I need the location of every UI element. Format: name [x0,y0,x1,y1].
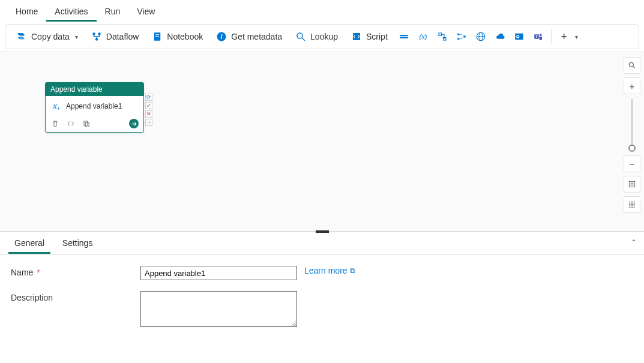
canvas-search-button[interactable] [624,57,640,74]
activity-outcome-handles: ⟳ ✓ ✕ → [145,94,152,126]
activity-card-name: Append variable1 [66,102,122,110]
svg-rect-38 [629,205,631,208]
notebook-icon [152,31,163,42]
dataflow-button[interactable]: Dataflow [85,28,145,45]
script-button[interactable]: Script [345,28,394,45]
web-button[interactable] [472,28,490,45]
azure-icon [495,31,505,42]
dataflow-icon [91,31,102,42]
notebook-button[interactable]: Notebook [146,28,209,45]
panel-collapse-button[interactable]: ⌃ [631,238,637,247]
variable-x-icon: x+ [50,101,61,112]
svg-rect-36 [629,202,631,204]
required-marker: * [37,268,40,277]
invoke-pipeline-icon [437,31,448,42]
outcome-skip-handle[interactable]: → [145,119,152,126]
panel-tab-settings[interactable]: Settings [56,233,99,254]
invoke-pipeline-button[interactable] [433,28,451,45]
svg-text:(x): (x) [419,33,427,40]
learn-more-link[interactable]: Learn more ⧉ [304,266,355,275]
tab-activities[interactable]: Activities [46,3,96,22]
mapping-button[interactable] [453,28,471,45]
outcome-failure-handle[interactable]: ✕ [145,110,152,118]
learn-more-label: Learn more [304,266,348,275]
svg-rect-18 [464,36,466,38]
zoom-slider-thumb[interactable] [628,145,636,152]
svg-rect-17 [457,38,459,40]
svg-point-24 [517,36,519,38]
zoom-in-button[interactable]: + [624,77,640,94]
teams-button[interactable]: T [529,28,547,45]
minimap-button[interactable] [624,196,640,213]
copy-data-icon [16,31,27,42]
svg-rect-34 [629,181,634,187]
outlook-button[interactable] [510,28,528,45]
copy-data-button[interactable]: Copy data ▾ [10,28,84,45]
set-variable-icon [399,31,409,42]
svg-rect-11 [400,35,408,36]
name-label: Name * [11,266,140,277]
chevron-down-icon: ▾ [575,34,578,40]
svg-text:+: + [57,106,60,112]
tab-run[interactable]: Run [97,3,129,22]
outcome-success-handle[interactable]: ✓ [145,102,152,109]
chevron-down-icon: ▾ [75,34,78,40]
append-variable-icon: (x) [418,31,429,42]
pipeline-canvas[interactable]: Append variable x+ Append variable1 ➔ ⟳ … [0,52,644,232]
svg-rect-30 [84,121,88,125]
activities-toolbar: Copy data ▾ Dataflow Notebook i Get meta… [5,24,639,49]
copy-icon[interactable] [82,119,91,128]
panel-tab-general[interactable]: General [8,233,50,254]
svg-rect-39 [633,205,635,208]
azure-button[interactable] [491,28,509,45]
set-variable-button[interactable] [395,28,413,45]
get-metadata-label: Get metadata [231,32,282,41]
svg-rect-16 [457,34,459,35]
zoom-slider-track[interactable] [631,99,633,147]
arrow-right-icon[interactable]: ➔ [129,119,139,128]
svg-rect-31 [85,122,89,127]
script-icon [351,31,362,42]
canvas-controls: + − [624,57,640,217]
svg-point-0 [92,32,95,35]
outcome-completion-handle[interactable]: ⟳ [145,94,152,101]
activity-card-header: Append variable [46,83,143,96]
plus-icon: + [559,31,570,42]
tab-view[interactable]: View [128,3,163,22]
add-activity-button[interactable]: + ▾ [555,28,582,45]
lookup-label: Lookup [310,32,338,41]
chevron-up-icon: ⌃ [631,238,637,247]
name-input[interactable] [140,266,297,280]
activity-card-body: x+ Append variable1 [46,96,143,116]
svg-rect-14 [439,33,442,36]
dataflow-label: Dataflow [106,32,139,41]
svg-rect-35 [631,183,633,185]
web-icon [475,31,486,42]
svg-point-2 [95,38,98,41]
lookup-button[interactable]: Lookup [289,28,344,45]
svg-rect-15 [443,38,446,41]
tab-home[interactable]: Home [7,3,46,22]
append-variable-button[interactable]: (x) [414,28,432,45]
get-metadata-button[interactable]: i Get metadata [210,28,288,45]
svg-line-9 [302,38,305,41]
svg-rect-5 [155,36,159,37]
general-form: Name * Learn more ⧉ Description [0,255,644,349]
svg-point-8 [297,33,302,38]
code-icon[interactable] [66,119,76,128]
svg-point-27 [540,34,542,36]
svg-rect-12 [400,37,408,38]
copy-data-label: Copy data [31,32,70,41]
fit-screen-button[interactable] [624,176,640,193]
delete-icon[interactable] [50,119,60,128]
description-label: Description [11,291,140,302]
outlook-icon [514,31,525,42]
toolbar-separator [551,29,552,44]
activity-card-append-variable[interactable]: Append variable x+ Append variable1 ➔ [45,82,144,133]
zoom-out-button[interactable]: − [624,155,640,172]
search-icon [295,31,306,42]
description-input[interactable] [140,291,297,327]
notebook-label: Notebook [167,32,203,41]
panel-tabs: General Settings ⌃ [0,232,644,255]
svg-rect-37 [633,202,635,204]
